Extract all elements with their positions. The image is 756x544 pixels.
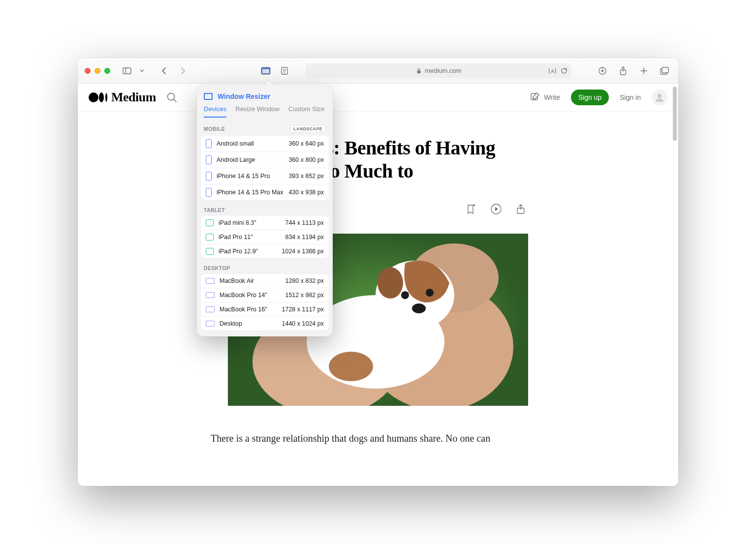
vertical-scrollbar[interactable]	[673, 87, 677, 141]
write-label: Write	[544, 93, 560, 101]
svg-point-17	[658, 94, 662, 98]
popover-title: Window Resizer	[197, 91, 333, 105]
svg-point-27	[378, 267, 403, 299]
svg-point-13	[99, 92, 104, 102]
write-icon	[530, 92, 540, 102]
page-viewport: Medium Write Sign up Sign in ecies: Bene…	[78, 84, 678, 486]
device-name: MacBook Pro 16"	[220, 306, 277, 313]
tablet-icon	[206, 248, 214, 255]
device-list-mobile: Android small360 x 640 px Android Large3…	[201, 136, 329, 200]
reload-button[interactable]	[561, 67, 567, 74]
section-label-desktop: DESKTOP	[197, 258, 333, 274]
tab-resize-window[interactable]: Resize Window	[235, 105, 280, 118]
svg-point-29	[426, 289, 434, 297]
device-name: MacBook Air	[220, 277, 280, 284]
tablet-icon	[206, 234, 214, 241]
device-name: iPhone 14 & 15 Pro Max	[217, 189, 284, 196]
write-button[interactable]: Write	[530, 92, 560, 102]
signin-link[interactable]: Sign in	[620, 93, 641, 101]
translate-icon[interactable]: ⁅ᴀ⁆	[548, 67, 557, 74]
device-row[interactable]: MacBook Air1280 x 832 px	[201, 274, 329, 288]
svg-point-12	[89, 92, 98, 102]
sidebar-menu-chevron-icon[interactable]	[135, 64, 149, 78]
desktop-icon	[206, 306, 215, 312]
device-dim: 430 x 938 px	[288, 189, 324, 196]
device-name: iPhone 14 & 15 Pro	[217, 173, 284, 180]
device-dim: 360 x 640 px	[288, 140, 324, 147]
svg-rect-0	[123, 68, 131, 74]
device-dim: 1512 x 982 px	[285, 292, 324, 299]
device-dim: 1728 x 1117 px	[282, 306, 324, 313]
desktop-icon	[206, 278, 215, 284]
device-row[interactable]: iPad mini 8.3"744 x 1113 px	[201, 216, 329, 230]
sidebar-toggle-button[interactable]	[120, 64, 134, 78]
share-article-icon[interactable]	[516, 204, 526, 214]
device-dim: 1280 x 832 px	[285, 277, 324, 284]
device-row[interactable]: iPhone 14 & 15 Pro Max430 x 938 px	[201, 184, 329, 200]
desktop-icon	[206, 292, 215, 298]
svg-rect-8	[417, 70, 421, 73]
device-dim: 744 x 1113 px	[285, 219, 324, 226]
tab-overview-button[interactable]	[658, 64, 671, 78]
device-name: iPad Pro 12.9"	[219, 248, 277, 255]
section-label-desktop-text: DESKTOP	[204, 265, 230, 271]
phone-icon	[206, 139, 212, 148]
device-name: iPad mini 8.3"	[219, 219, 280, 226]
device-dim: 1440 x 1024 px	[282, 320, 324, 327]
lock-icon	[416, 68, 422, 74]
section-label-tablet: TABLET	[197, 200, 333, 216]
phone-icon	[206, 188, 212, 197]
device-name: MacBook Pro 14"	[220, 292, 280, 299]
device-row[interactable]: MacBook Pro 14"1512 x 982 px	[201, 288, 329, 302]
svg-rect-11	[662, 67, 668, 73]
tablet-icon	[206, 219, 214, 226]
article-body-first-line: There is a strange relationship that dog…	[211, 430, 545, 446]
phone-icon	[206, 155, 212, 164]
minimize-window-button[interactable]	[94, 68, 100, 74]
svg-point-14	[105, 93, 107, 102]
device-row[interactable]: Android Large360 x 800 px	[201, 152, 329, 168]
search-button[interactable]	[165, 91, 179, 104]
device-name: Android small	[217, 140, 284, 147]
device-row[interactable]: Desktop1440 x 1024 px	[201, 317, 329, 331]
profile-avatar[interactable]	[652, 90, 667, 105]
reader-extension-button[interactable]	[278, 64, 291, 78]
section-label-mobile: MOBILE LANDSCAPE	[197, 118, 333, 136]
popover-title-text: Window Resizer	[218, 92, 270, 100]
share-button[interactable]	[616, 64, 630, 78]
device-row[interactable]: iPad Pro 12.9"1024 x 1366 px	[201, 244, 329, 258]
device-list-tablet: iPad mini 8.3"744 x 1113 px iPad Pro 11"…	[201, 216, 329, 258]
bookmark-add-icon[interactable]	[466, 204, 476, 214]
device-name: iPad Pro 11"	[219, 234, 280, 241]
play-icon[interactable]	[490, 203, 502, 215]
fullscreen-window-button[interactable]	[104, 68, 110, 74]
downloads-button[interactable]	[596, 64, 609, 78]
device-list-desktop: MacBook Air1280 x 832 px MacBook Pro 14"…	[201, 274, 329, 331]
desktop-icon	[206, 321, 215, 327]
device-dim: 834 x 1194 px	[285, 234, 324, 241]
back-button[interactable]	[157, 64, 170, 78]
person-icon	[654, 92, 665, 103]
address-bar[interactable]: medium.com ⁅ᴀ⁆	[306, 63, 571, 78]
medium-logo-icon	[89, 91, 109, 103]
medium-logo[interactable]: Medium	[89, 90, 156, 105]
forward-button[interactable]	[176, 64, 190, 78]
tab-custom-size[interactable]: Custom Size	[288, 105, 325, 118]
signup-button[interactable]: Sign up	[571, 90, 609, 105]
window-resizer-extension-button[interactable]	[259, 64, 273, 78]
device-row[interactable]: iPhone 14 & 15 Pro393 x 852 px	[201, 168, 329, 184]
section-label-tablet-text: TABLET	[204, 207, 225, 213]
device-row[interactable]: iPad Pro 11"834 x 1194 px	[201, 230, 329, 244]
device-row[interactable]: Android small360 x 640 px	[201, 136, 329, 152]
orientation-badge[interactable]: LANDSCAPE	[290, 125, 326, 133]
safari-window: medium.com ⁅ᴀ⁆	[78, 58, 678, 486]
section-label-mobile-text: MOBILE	[204, 126, 225, 132]
device-row[interactable]: MacBook Pro 16"1728 x 1117 px	[201, 302, 329, 317]
window-controls	[85, 68, 110, 74]
close-window-button[interactable]	[85, 68, 91, 74]
device-name: Desktop	[220, 320, 277, 327]
new-tab-button[interactable]	[637, 64, 651, 78]
svg-point-25	[329, 352, 373, 381]
tab-devices[interactable]: Devices	[204, 105, 226, 118]
address-host: medium.com	[425, 67, 461, 74]
